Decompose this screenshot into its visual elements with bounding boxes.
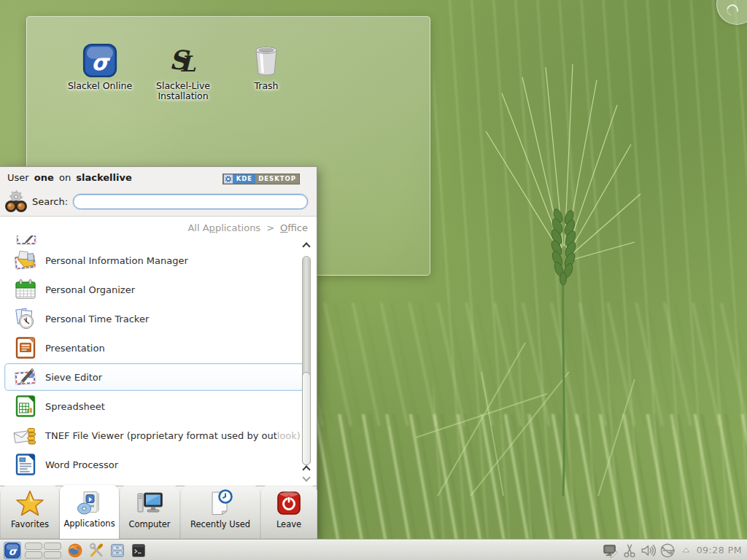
list-item[interactable]: Personal Organizer — [0, 275, 298, 304]
list-item-label: Personal Information Manager — [45, 255, 188, 266]
kickoff-content: All Applications>Office Personal Informa… — [0, 217, 317, 486]
badge-desktop-label: DESKTOP — [255, 174, 299, 184]
kickoff-launcher[interactable]: σ — [4, 542, 21, 559]
list-item[interactable]: Presentation — [0, 333, 298, 362]
list-item-label: Presentation — [45, 343, 105, 354]
application-list: Personal Information ManagerPersonal Org… — [0, 236, 298, 479]
slackel-script-icon: SL — [166, 43, 201, 78]
desktop-icon-slackel-online[interactable]: σSlackel Online — [63, 43, 136, 91]
list-item[interactable]: Personal Time Tracker — [0, 304, 298, 333]
desktop-icon-slackel-live-installation[interactable]: SLSlackel-Live Installation — [147, 43, 220, 102]
pager-desktop-cell[interactable] — [25, 542, 42, 550]
svg-text:σ: σ — [9, 545, 18, 556]
scrollbar-track[interactable] — [302, 256, 311, 465]
volume-icon[interactable] — [640, 542, 657, 559]
desktop-pager[interactable] — [25, 542, 61, 559]
badge-kde-label: KDE — [233, 174, 255, 184]
personal-information-manager-icon — [13, 248, 38, 273]
breadcrumb-office[interactable]: Office — [280, 222, 308, 233]
hostname: slackellive — [76, 172, 131, 183]
computer-icon — [135, 488, 164, 518]
desktop-icon-label: Trash — [254, 81, 278, 91]
tab-label: Recently Used — [180, 519, 260, 529]
system-settings-launcher[interactable] — [88, 542, 105, 559]
user-prefix: User — [7, 172, 29, 183]
word-processor-icon — [13, 452, 38, 477]
kickoff-search-row: Search: — [0, 187, 317, 217]
spreadsheet-icon — [13, 394, 38, 419]
desktop-screen: σSlackel OnlineSLSlackel-Live Installati… — [0, 0, 747, 560]
panel-launchers: σ — [0, 540, 151, 560]
desktop-icon-trash[interactable]: Trash — [230, 43, 303, 91]
tab-favorites[interactable]: Favorites — [0, 486, 60, 539]
sieve-editor-icon — [13, 365, 38, 389]
clipped-envelope-pen-icon — [15, 236, 39, 246]
breadcrumb-all-applications[interactable]: All Applications — [187, 222, 260, 233]
list-item-label: TNEF File Viewer (proprietary format use… — [45, 430, 301, 441]
list-item[interactable]: Personal Information Manager — [0, 246, 298, 275]
bottom-panel: σ 09:28 PM — [0, 540, 747, 560]
device-notifier-icon[interactable] — [659, 542, 676, 559]
tab-recently-used[interactable]: Recently Used — [180, 486, 260, 539]
search-label: Search: — [32, 196, 68, 207]
list-item-label: Word Processor — [45, 459, 118, 470]
svg-text:L: L — [179, 51, 196, 77]
kickoff-user-header: User one on slackellive KDE DESKTOP — [0, 167, 317, 187]
breadcrumb: All Applications>Office — [187, 222, 308, 233]
leave-power-icon — [274, 488, 303, 518]
scroll-up-button[interactable] — [302, 241, 311, 250]
tab-label: Leave — [260, 519, 317, 529]
panel-clock[interactable]: 09:28 PM — [697, 545, 742, 556]
file-manager-launcher[interactable] — [109, 542, 126, 559]
personal-organizer-icon — [13, 277, 38, 302]
list-item[interactable]: Spreadsheet — [0, 392, 298, 421]
tab-label: Computer — [119, 519, 180, 529]
tab-label: Applications — [60, 518, 119, 529]
scroll-down-button[interactable] — [302, 475, 311, 483]
kickoff-menu: User one on slackellive KDE DESKTOP Sear… — [0, 166, 317, 540]
system-tray: 09:28 PM — [600, 540, 747, 560]
scroll-up-button[interactable] — [302, 464, 311, 473]
clipboard-klipper-icon[interactable] — [622, 542, 638, 559]
terminal-launcher[interactable] — [130, 542, 147, 559]
personal-time-tracker-icon — [13, 306, 38, 331]
tab-leave[interactable]: Leave — [260, 486, 317, 539]
list-item-partial[interactable] — [0, 236, 298, 246]
tray-expand-icon[interactable] — [681, 545, 692, 556]
cashew-icon — [724, 2, 740, 18]
display-settings-icon[interactable] — [603, 542, 619, 559]
desktop-icon-label: Slackel-Live Installation — [147, 81, 220, 102]
scrollbar-thumb[interactable] — [302, 372, 311, 465]
pager-desktop-cell[interactable] — [44, 542, 61, 550]
tab-label: Favorites — [0, 519, 60, 529]
kde-logo-icon — [223, 174, 233, 184]
pager-desktop-cell[interactable] — [25, 551, 42, 559]
breadcrumb-separator: > — [266, 222, 274, 233]
desktop-icon-label: Slackel Online — [68, 81, 132, 91]
list-item-label: Spreadsheet — [45, 401, 105, 412]
list-item[interactable]: Sieve Editor — [0, 362, 298, 392]
list-item[interactable]: TNEF File Viewer (proprietary format use… — [0, 421, 298, 450]
svg-text:σ: σ — [91, 50, 110, 75]
kickoff-tab-bar: FavoritesApplicationsComputerRecently Us… — [0, 486, 317, 539]
search-input[interactable] — [73, 194, 308, 209]
grass-streaks — [433, 0, 747, 560]
search-binoculars-icon — [4, 190, 28, 214]
list-item-label: Sieve Editor — [45, 372, 102, 383]
tnef-file-viewer-icon — [13, 423, 38, 448]
list-item-label: Personal Time Tracker — [45, 314, 149, 324]
pager-desktop-cell[interactable] — [44, 551, 61, 559]
tab-applications[interactable]: Applications — [60, 485, 119, 539]
kde-desktop-badge: KDE DESKTOP — [222, 174, 300, 184]
list-item[interactable]: Word Processor — [0, 450, 298, 479]
list-item-label: Personal Organizer — [45, 284, 135, 295]
recently-used-icon — [206, 488, 235, 518]
favorites-star-icon — [15, 488, 44, 518]
firefox-launcher[interactable] — [66, 542, 84, 559]
trash-icon — [249, 43, 284, 78]
conjunction: on — [59, 172, 71, 183]
tab-computer[interactable]: Computer — [119, 486, 180, 539]
presentation-icon — [13, 335, 38, 360]
slackel-sigma-icon: σ — [82, 43, 117, 78]
applications-box-icon — [75, 487, 104, 518]
